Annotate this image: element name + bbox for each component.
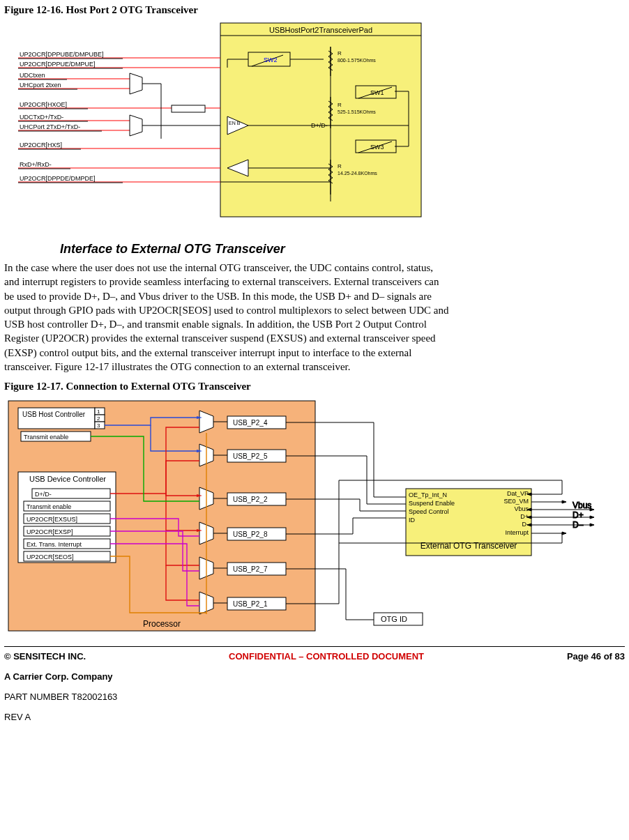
svg-text:UDCtxen: UDCtxen bbox=[20, 72, 45, 79]
section-title: Interface to External OTG Transceiver bbox=[60, 242, 625, 257]
svg-text:Speed Control: Speed Control bbox=[409, 508, 449, 515]
svg-text:UHCport 2txen: UHCport 2txen bbox=[20, 82, 61, 89]
fig1-signal-6: UHCPort 2TxD+/TxD- bbox=[18, 123, 130, 131]
fig1-signal-5: UDCTxD+/TxD- bbox=[18, 114, 130, 121]
svg-text:R: R bbox=[338, 163, 342, 169]
svg-text:UP2OCR[DPPUBE/DMPUBE]: UP2OCR[DPPUBE/DMPUBE] bbox=[20, 51, 104, 58]
svg-text:Processor: Processor bbox=[143, 619, 181, 629]
fig1-signal-7: UP2OCR[HXS] bbox=[18, 142, 220, 149]
fig1-signal-1: UP2OCR[DPPUE/DMPUE] bbox=[18, 61, 220, 68]
figure-12-16-title: Figure 12-16. Host Port 2 OTG Transceive… bbox=[4, 4, 625, 16]
svg-text:UP2OCR[EXSP]: UP2OCR[EXSP] bbox=[26, 528, 73, 535]
svg-text:USB_P2_1: USB_P2_1 bbox=[233, 600, 268, 608]
svg-text:14.25-24.8KOhms: 14.25-24.8KOhms bbox=[338, 171, 377, 176]
svg-text:UP2OCR[DPPDE/DMPDE]: UP2OCR[DPPDE/DMPDE] bbox=[20, 175, 96, 182]
fig1-signal-0: UP2OCR[DPPUBE/DMPUBE] bbox=[18, 51, 220, 59]
svg-marker-161 bbox=[590, 516, 594, 519]
svg-text:UP2OCR[HXOE]: UP2OCR[HXOE] bbox=[20, 101, 67, 108]
fig1-signal-3: UHCport 2txen bbox=[18, 82, 130, 89]
svg-text:800-1.575KOhms: 800-1.575KOhms bbox=[338, 58, 376, 63]
svg-text:SW2: SW2 bbox=[264, 56, 278, 63]
svg-text:External OTG Transceiver: External OTG Transceiver bbox=[420, 541, 517, 551]
svg-text:UP2OCR[EXSUS]: UP2OCR[EXSUS] bbox=[26, 516, 77, 523]
svg-text:D+/D-: D+/D- bbox=[35, 491, 52, 498]
fig1-mux-2 bbox=[130, 115, 142, 136]
svg-text:Interrupt: Interrupt bbox=[505, 529, 529, 536]
svg-marker-155 bbox=[562, 501, 566, 503]
svg-text:OE_Tp_Int_N: OE_Tp_Int_N bbox=[409, 491, 447, 498]
fig1-signal-8: RxD+/RxD- bbox=[18, 161, 220, 169]
svg-text:Ext. Trans. Interrupt: Ext. Trans. Interrupt bbox=[26, 541, 82, 548]
svg-text:Vbus: Vbus bbox=[514, 505, 529, 512]
svg-text:USB Device Controller: USB Device Controller bbox=[29, 475, 106, 483]
svg-text:ID: ID bbox=[409, 517, 416, 524]
footer-row: © SENSITECH INC. CONFIDENTIAL – CONTROLL… bbox=[4, 651, 625, 662]
svg-text:RxD+/RxD-: RxD+/RxD- bbox=[20, 161, 52, 168]
svg-text:SW1: SW1 bbox=[370, 89, 384, 96]
svg-text:Transmit enable: Transmit enable bbox=[24, 434, 68, 441]
svg-text:SE0_VM: SE0_VM bbox=[503, 498, 529, 505]
svg-text:SW3: SW3 bbox=[370, 144, 384, 151]
svg-text:R: R bbox=[338, 102, 342, 108]
svg-text:UHCPort 2TxD+/TxD-: UHCPort 2TxD+/TxD- bbox=[20, 123, 80, 130]
svg-text:USB_P2_4: USB_P2_4 bbox=[233, 419, 268, 427]
svg-text:1: 1 bbox=[97, 408, 100, 415]
svg-text:Suspend Enable: Suspend Enable bbox=[409, 500, 455, 507]
figure-12-17-title: Figure 12-17. Connection to External OTG… bbox=[4, 381, 625, 392]
svg-text:3: 3 bbox=[97, 422, 100, 429]
svg-text:2: 2 bbox=[97, 415, 100, 422]
svg-text:UDCTxD+/TxD-: UDCTxD+/TxD- bbox=[20, 114, 63, 121]
svg-text:USB_P2_8: USB_P2_8 bbox=[233, 530, 268, 538]
footer-right: Page 46 of 83 bbox=[567, 651, 625, 662]
svg-text:D+: D+ bbox=[573, 510, 584, 520]
section-body: In the case where the user does not use … bbox=[4, 261, 450, 374]
svg-text:D-: D- bbox=[522, 521, 529, 528]
figure-12-17-diagram: Processor USB Host Controller Transmit e… bbox=[4, 397, 625, 641]
svg-text:USB Host Controller: USB Host Controller bbox=[22, 411, 86, 418]
svg-text:OTG ID: OTG ID bbox=[381, 615, 407, 623]
svg-text:EN B: EN B bbox=[229, 121, 241, 125]
svg-text:D–: D– bbox=[573, 520, 584, 530]
figure-12-16-diagram: USBHostPort2TransceiverPad UP2OCR[DPPUBE… bbox=[18, 20, 625, 222]
svg-text:UP2OCR[DPPUE/DMPUE]: UP2OCR[DPPUE/DMPUE] bbox=[20, 61, 96, 68]
fig1-mux-1 bbox=[130, 73, 142, 94]
footer-mid: CONFIDENTIAL – CONTROLLED DOCUMENT bbox=[229, 651, 424, 662]
svg-marker-164 bbox=[590, 524, 594, 526]
svg-text:USB_P2_7: USB_P2_7 bbox=[233, 565, 268, 573]
svg-text:Transmit    enable: Transmit enable bbox=[26, 503, 71, 510]
footer-company: A Carrier Corp. Company bbox=[4, 671, 625, 682]
fig1-signal-2: UDCtxen bbox=[18, 72, 130, 79]
svg-text:D+: D+ bbox=[520, 513, 529, 520]
fig1-signal-9: UP2OCR[DPPDE/DMPDE] bbox=[18, 175, 220, 183]
svg-text:Vbus: Vbus bbox=[573, 501, 591, 510]
svg-text:R: R bbox=[338, 50, 342, 56]
footer-rule bbox=[4, 646, 625, 647]
footer-rev: REV A bbox=[4, 712, 625, 722]
footer-part: PART NUMBER T82002163 bbox=[4, 692, 625, 702]
fig1-enable-box bbox=[172, 105, 205, 112]
fig1-box-header: USBHostPort2TransceiverPad bbox=[269, 26, 372, 34]
svg-text:UP2OCR[HXS]: UP2OCR[HXS] bbox=[20, 142, 62, 148]
svg-text:UP2OCR[SEOS]: UP2OCR[SEOS] bbox=[26, 553, 74, 560]
footer-left: © SENSITECH INC. bbox=[4, 651, 86, 662]
svg-text:USB_P2_2: USB_P2_2 bbox=[233, 496, 268, 503]
svg-marker-166 bbox=[562, 532, 566, 535]
svg-text:Dat_VP: Dat_VP bbox=[507, 490, 529, 497]
svg-text:USB_P2_5: USB_P2_5 bbox=[233, 452, 268, 460]
svg-text:525-1.515KOhms: 525-1.515KOhms bbox=[338, 109, 376, 114]
